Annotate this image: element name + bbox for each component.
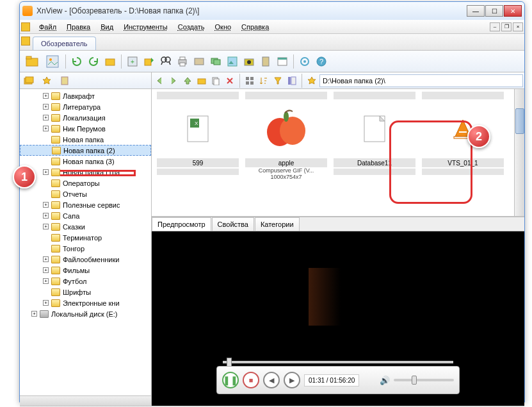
- tree-expand-icon[interactable]: +: [43, 104, 49, 110]
- picture-button[interactable]: [225, 54, 240, 69]
- tree-expand-icon[interactable]: +: [43, 213, 49, 219]
- tree-row[interactable]: +Ник Перумов: [20, 123, 151, 134]
- seek-thumb[interactable]: [227, 358, 232, 367]
- volume-slider[interactable]: [394, 379, 454, 381]
- tree-row[interactable]: Терминатор: [20, 232, 151, 243]
- tree-row[interactable]: +Сапа: [20, 210, 151, 221]
- categories-button[interactable]: [58, 74, 71, 87]
- seek-slider[interactable]: [223, 361, 453, 363]
- tree-row[interactable]: +Сказки: [20, 221, 151, 232]
- tree-expand-icon[interactable]: +: [43, 202, 49, 208]
- thumbnail-item[interactable]: apple Compuserve GIF (V... 1000x754x7: [245, 92, 327, 213]
- tree-row[interactable]: +Локальный диск (E:): [20, 308, 151, 319]
- refresh-button[interactable]: [69, 54, 85, 69]
- volume-thumb[interactable]: [412, 376, 417, 385]
- thumbnail-item[interactable]: Database11: [334, 92, 415, 213]
- menu-file[interactable]: Файл: [34, 21, 61, 33]
- forward-button[interactable]: [167, 74, 180, 87]
- tree-expand-icon[interactable]: +: [43, 93, 49, 99]
- tree-expand-icon[interactable]: +: [43, 169, 49, 175]
- tree-expand-icon[interactable]: +: [43, 115, 49, 120]
- maximize-button[interactable]: ☐: [485, 5, 503, 17]
- thumbnail-item[interactable]: X 599: [157, 92, 239, 213]
- image-button[interactable]: [43, 52, 62, 71]
- view-mode-button[interactable]: [243, 74, 256, 87]
- tree-row[interactable]: +Электронные кни: [20, 297, 151, 308]
- pause-button[interactable]: ❚❚: [222, 372, 239, 388]
- mdi-minimize-button[interactable]: –: [490, 22, 500, 31]
- mdi-restore-button[interactable]: ❐: [501, 22, 512, 31]
- tree-expand-icon[interactable]: +: [43, 278, 49, 284]
- tree-row[interactable]: +Фильмы: [20, 265, 151, 276]
- tree-row[interactable]: Отчеты: [20, 188, 151, 199]
- thumb-vscroll[interactable]: [514, 89, 524, 216]
- tab-categories[interactable]: Категории: [255, 217, 300, 231]
- images-button[interactable]: [208, 54, 223, 69]
- tree-row[interactable]: Операторы: [20, 178, 151, 188]
- open-button[interactable]: [22, 52, 42, 71]
- camera-button[interactable]: [241, 54, 257, 69]
- tree-expand-icon[interactable]: +: [43, 300, 49, 306]
- help-button[interactable]: ?: [314, 54, 329, 69]
- settings-button[interactable]: [297, 54, 312, 69]
- menubar-grip-icon[interactable]: [21, 22, 30, 31]
- minimize-button[interactable]: —: [467, 5, 485, 17]
- tree-row[interactable]: +Футбол: [20, 276, 151, 287]
- tree-expand-icon[interactable]: +: [31, 311, 37, 317]
- menu-edit[interactable]: Правка: [61, 21, 95, 33]
- copy-button[interactable]: [209, 74, 222, 87]
- menu-tools[interactable]: Инструменты: [118, 21, 173, 33]
- scan-button[interactable]: [191, 54, 207, 69]
- tree-row[interactable]: +Локализация: [20, 112, 151, 123]
- search-button[interactable]: [158, 54, 173, 69]
- sort-button[interactable]: [257, 74, 270, 87]
- next-frame-button[interactable]: ▶: [284, 372, 300, 388]
- stop-button[interactable]: ■: [243, 372, 259, 388]
- tree-row[interactable]: Шрифты: [20, 287, 151, 297]
- folder-tool-button[interactable]: [102, 54, 118, 69]
- tree-hscroll[interactable]: [20, 395, 151, 406]
- tree-row[interactable]: Новая папка (3): [20, 156, 151, 167]
- favorites-button[interactable]: [40, 74, 53, 87]
- new-folder-button[interactable]: [195, 74, 208, 87]
- menu-view[interactable]: Вид: [95, 21, 118, 33]
- menu-create[interactable]: Создать: [173, 21, 210, 33]
- layout-button[interactable]: [286, 74, 298, 87]
- tree-expand-icon[interactable]: +: [43, 256, 49, 262]
- tab-browser[interactable]: Обозреватель: [33, 37, 96, 50]
- menu-window[interactable]: Окно: [210, 21, 237, 33]
- tree-row[interactable]: +Лавкрафт: [20, 90, 151, 101]
- tree-expand-icon[interactable]: +: [43, 224, 49, 229]
- tab-properties[interactable]: Свойства: [212, 217, 254, 231]
- export-button[interactable]: [141, 54, 157, 69]
- tab-preview[interactable]: Предпросмотр: [152, 217, 211, 231]
- refresh-alt-button[interactable]: [86, 54, 101, 69]
- close-button[interactable]: ✕: [504, 5, 522, 17]
- tree-row[interactable]: +Литература: [20, 101, 151, 112]
- folders-toggle-button[interactable]: [22, 74, 35, 87]
- tree-row[interactable]: +Файлообменники: [20, 254, 151, 265]
- menu-help[interactable]: Справка: [236, 21, 274, 33]
- thumbnail-area[interactable]: X 599 apple Compuserve GIF (V... 1000x75…: [152, 89, 524, 217]
- tree-expand-icon[interactable]: +: [43, 267, 49, 273]
- clipboard-button[interactable]: [258, 54, 273, 69]
- folder-tree[interactable]: +Лавкрафт+Литература+Локализация+Ник Пер…: [20, 89, 151, 395]
- print-button[interactable]: [175, 54, 190, 69]
- add-image-button[interactable]: +: [125, 54, 140, 69]
- tree-expand-icon[interactable]: +: [43, 126, 49, 131]
- up-button[interactable]: [181, 74, 194, 87]
- tree-row[interactable]: Новая папка (2): [20, 145, 151, 156]
- tree-row[interactable]: Новая папка: [20, 134, 151, 145]
- path-input[interactable]: D:\Новая папка (2)\: [319, 74, 523, 87]
- filter-button[interactable]: [271, 74, 284, 87]
- star-button[interactable]: [305, 74, 318, 87]
- back-button[interactable]: [153, 74, 166, 87]
- volume-icon[interactable]: 🔊: [380, 376, 390, 385]
- browser-button[interactable]: [275, 54, 290, 69]
- tab-grip-icon[interactable]: [21, 37, 30, 46]
- tree-row[interactable]: Тонгор: [20, 243, 151, 254]
- delete-button[interactable]: [223, 74, 236, 87]
- mdi-close-button[interactable]: ×: [513, 22, 523, 31]
- tree-row[interactable]: +Полезные сервис: [20, 199, 151, 210]
- prev-frame-button[interactable]: ◀: [263, 372, 280, 388]
